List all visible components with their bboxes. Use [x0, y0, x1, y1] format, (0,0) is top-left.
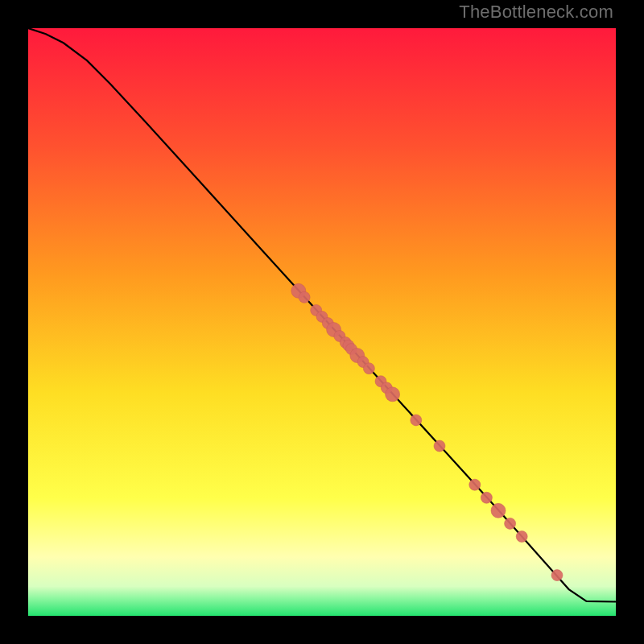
data-point	[469, 479, 481, 490]
plot-svg	[28, 28, 616, 616]
data-point	[434, 440, 445, 452]
watermark-text: TheBottleneck.com	[459, 2, 613, 23]
data-point	[363, 363, 374, 374]
data-point	[481, 492, 492, 503]
data-point	[299, 291, 310, 303]
data-point	[386, 387, 400, 402]
data-point	[516, 531, 527, 543]
data-point	[505, 518, 516, 529]
data-point	[491, 503, 506, 518]
chart-stage: TheBottleneck.com	[0, 0, 644, 644]
plot-area	[28, 28, 616, 616]
data-point	[551, 570, 563, 581]
data-point	[411, 415, 422, 426]
